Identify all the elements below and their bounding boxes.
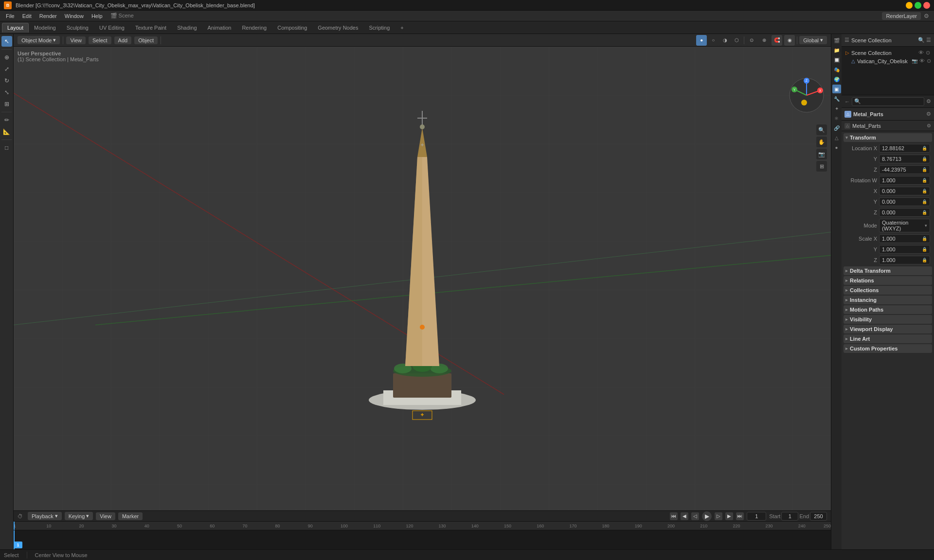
end-frame-input[interactable]: 250 bbox=[810, 512, 827, 521]
lock-icon-sx[interactable]: 🔒 bbox=[922, 236, 927, 241]
current-frame-input[interactable]: 1 bbox=[747, 512, 766, 521]
tab-add[interactable]: + bbox=[395, 23, 409, 33]
lock-icon-rz[interactable]: 🔒 bbox=[922, 210, 927, 215]
menu-edit[interactable]: Edit bbox=[18, 12, 36, 20]
tool-measure[interactable]: 📐 bbox=[1, 126, 12, 137]
scale-y-value[interactable]: 1.000 🔒 bbox=[879, 245, 930, 254]
next-keyframe-btn[interactable]: ▷ bbox=[715, 512, 722, 520]
tab-geometry-nodes[interactable]: Geometry Nodes bbox=[312, 23, 363, 33]
props-tab-world[interactable]: 🌍 bbox=[832, 75, 841, 84]
minimize-button[interactable] bbox=[906, 2, 913, 9]
select-menu[interactable]: Select bbox=[89, 36, 111, 44]
tool-annotate[interactable]: ✏ bbox=[1, 115, 12, 125]
tool-select[interactable]: ↖ bbox=[1, 36, 12, 47]
lock-icon-ry[interactable]: 🔒 bbox=[922, 199, 927, 204]
tab-uv-editing[interactable]: UV Editing bbox=[94, 23, 130, 33]
grid-view[interactable]: ⊞ bbox=[816, 161, 827, 172]
tab-layout[interactable]: Layout bbox=[2, 23, 29, 33]
zoom-in[interactable]: 🔍 bbox=[816, 124, 827, 135]
tool-rotate[interactable]: ↻ bbox=[1, 75, 12, 86]
menu-help[interactable]: Help bbox=[88, 12, 107, 20]
tab-compositing[interactable]: Compositing bbox=[272, 23, 312, 33]
pan-view[interactable]: ✋ bbox=[816, 137, 827, 147]
menu-render[interactable]: Render bbox=[36, 12, 61, 20]
lock-icon-sz[interactable]: 🔒 bbox=[922, 258, 927, 262]
instancing-header[interactable]: ▸ Instancing bbox=[844, 296, 932, 304]
object-name-options[interactable]: ⚙ bbox=[926, 111, 931, 117]
keying-menu[interactable]: Keying ▾ bbox=[65, 512, 93, 520]
viewport-shading-solid[interactable]: ● bbox=[696, 35, 707, 46]
maximize-button[interactable] bbox=[915, 2, 921, 9]
menu-window[interactable]: Window bbox=[61, 12, 88, 20]
tool-scale[interactable]: ⤡ bbox=[1, 87, 12, 98]
props-tab-particles[interactable]: ✦ bbox=[832, 104, 841, 113]
next-frame-btn[interactable]: ▶ bbox=[725, 512, 733, 520]
props-tab-material[interactable]: ● bbox=[832, 143, 841, 152]
tool-add-cube[interactable]: □ bbox=[1, 142, 12, 153]
props-tab-modifiers[interactable]: 🔧 bbox=[832, 94, 841, 103]
outliner-object-item[interactable]: △ Vatican_City_Obelisk 📷 👁 ⊙ bbox=[844, 57, 932, 65]
location-z-value[interactable]: -44.23975 🔒 bbox=[879, 165, 930, 174]
props-settings-btn[interactable]: ⚙ bbox=[926, 98, 931, 105]
jump-start-btn[interactable]: ⏮ bbox=[670, 512, 678, 520]
tab-rendering[interactable]: Rendering bbox=[236, 23, 272, 33]
menu-file[interactable]: File bbox=[2, 12, 18, 20]
prev-keyframe-btn[interactable]: ◁ bbox=[691, 512, 699, 520]
rotation-mode-select[interactable]: Quaternion (WXYZ) ▾ bbox=[879, 219, 930, 232]
lock-icon-z[interactable]: 🔒 bbox=[922, 167, 927, 172]
scale-z-value[interactable]: 1.000 🔒 bbox=[879, 256, 930, 264]
tab-animation[interactable]: Animation bbox=[202, 23, 237, 33]
view-menu[interactable]: View bbox=[66, 36, 86, 44]
tool-cursor[interactable]: ⊕ bbox=[1, 52, 12, 63]
outliner-options[interactable]: ☰ bbox=[926, 37, 931, 43]
rotation-w-value[interactable]: 1.000 🔒 bbox=[879, 176, 930, 185]
timeline-frame-area[interactable]: 1 bbox=[14, 530, 831, 549]
play-button[interactable]: ▶ bbox=[702, 511, 712, 521]
jump-end-btn[interactable]: ⏭ bbox=[736, 512, 744, 520]
tab-sculpting[interactable]: Sculpting bbox=[61, 23, 94, 33]
lock-icon-rx[interactable]: 🔒 bbox=[922, 189, 927, 193]
rotation-z-value[interactable]: 0.000 🔒 bbox=[879, 208, 930, 217]
tab-shading[interactable]: Shading bbox=[172, 23, 202, 33]
visibility-header[interactable]: ▸ Visibility bbox=[844, 315, 932, 324]
viewport-shading-rendered[interactable]: ◑ bbox=[719, 35, 730, 46]
props-tab-physics[interactable]: ⚛ bbox=[832, 114, 841, 122]
object-menu[interactable]: Object bbox=[134, 36, 158, 44]
3d-viewport[interactable]: User Perspective (1) Scene Collection | … bbox=[14, 47, 831, 510]
render-engine-icon[interactable]: ⚙ bbox=[924, 13, 929, 19]
props-tab-scene[interactable]: 🎭 bbox=[832, 65, 841, 74]
tool-move[interactable]: ⤢ bbox=[1, 64, 12, 74]
props-tab-constraints[interactable]: 🔗 bbox=[832, 123, 841, 132]
mesh-settings-icon[interactable]: ⚙ bbox=[927, 123, 931, 128]
outliner-filter[interactable]: 🔍 bbox=[918, 37, 925, 43]
add-menu[interactable]: Add bbox=[114, 36, 132, 44]
start-frame-input[interactable]: 1 bbox=[781, 512, 798, 521]
camera-view[interactable]: 📷 bbox=[816, 149, 827, 159]
overlay-toggle[interactable]: ⊙ bbox=[746, 35, 757, 46]
rotation-x-value[interactable]: 0.000 🔒 bbox=[879, 187, 930, 195]
snap-toggle[interactable]: 🧲 bbox=[772, 35, 782, 46]
lock-icon-y[interactable]: 🔒 bbox=[922, 157, 927, 161]
tool-transform[interactable]: ⊞ bbox=[1, 99, 12, 109]
marker-menu[interactable]: Marker bbox=[118, 512, 143, 520]
rotation-y-value[interactable]: 0.000 🔒 bbox=[879, 197, 930, 206]
tab-modeling[interactable]: Modeling bbox=[29, 23, 61, 33]
viewport-display-header[interactable]: ▸ Viewport Display bbox=[844, 325, 932, 333]
props-tab-object[interactable]: ▣ bbox=[832, 85, 841, 93]
custom-properties-header[interactable]: ▸ Custom Properties bbox=[844, 344, 932, 353]
lock-icon-rw[interactable]: 🔒 bbox=[922, 178, 927, 183]
outliner-scene-collection[interactable]: ▷ Scene Collection 👁 ⊙ bbox=[844, 49, 932, 57]
props-tab-output[interactable]: 📁 bbox=[832, 46, 841, 54]
relations-header[interactable]: ▸ Relations bbox=[844, 276, 932, 285]
tab-scripting[interactable]: Scripting bbox=[363, 23, 395, 33]
lock-icon[interactable]: 🔒 bbox=[922, 146, 927, 151]
lock-icon-sy[interactable]: 🔒 bbox=[922, 247, 927, 252]
props-tab-view-layer[interactable]: 🔲 bbox=[832, 55, 841, 64]
motion-paths-header[interactable]: ▸ Motion Paths bbox=[844, 305, 932, 314]
playback-menu[interactable]: Playback ▾ bbox=[28, 512, 62, 520]
props-back-btn[interactable]: ← bbox=[844, 99, 850, 105]
prev-frame-btn[interactable]: ◀ bbox=[681, 512, 688, 520]
line-art-header[interactable]: ▸ Line Art bbox=[844, 334, 932, 343]
gizmo-toggle[interactable]: ⊕ bbox=[759, 35, 770, 46]
tab-texture-paint[interactable]: Texture Paint bbox=[130, 23, 172, 33]
